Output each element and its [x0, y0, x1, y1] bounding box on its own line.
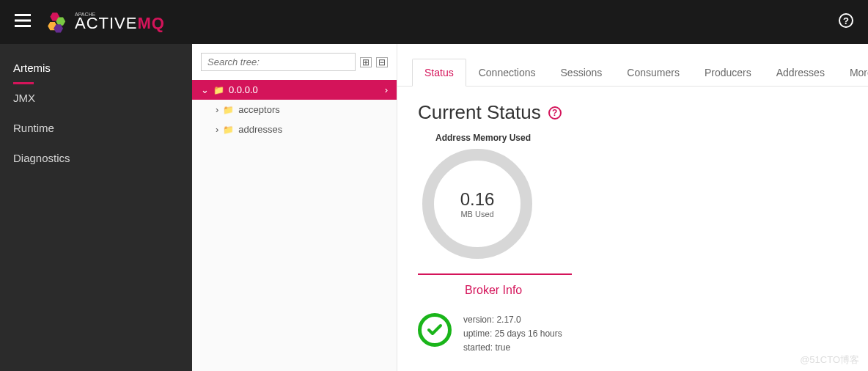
folder-icon: 📁 — [223, 125, 234, 135]
tree-panel: ⊞ ⊟ ⌄ 📁 0.0.0.0 › › 📁 acceptors › 📁 addr… — [192, 44, 397, 371]
memory-unit: MB Used — [460, 210, 495, 218]
help-button[interactable]: ? — [839, 13, 853, 32]
chevron-right-icon: › — [216, 104, 218, 115]
tree-child-label: addresses — [238, 124, 282, 135]
sidebar-item-runtime[interactable]: Runtime — [0, 113, 192, 143]
chevron-right-icon: › — [385, 84, 388, 95]
tree-child-label: acceptors — [238, 104, 279, 115]
donut-center: 0.16 MB Used — [460, 189, 495, 218]
tab-addresses[interactable]: Addresses — [764, 59, 837, 86]
status-ok-icon — [418, 313, 452, 347]
memory-donut: 0.16 MB Used — [422, 149, 532, 259]
tree: ⌄ 📁 0.0.0.0 › › 📁 acceptors › 📁 addresse… — [192, 80, 397, 139]
chevron-right-icon: › — [216, 124, 218, 135]
sidebar-item-jmx[interactable]: JMX — [0, 83, 192, 113]
logo[interactable]: APACHE ACTIVEMQ — [45, 10, 165, 34]
tree-root-label: 0.0.0.0 — [229, 84, 258, 95]
tab-producers[interactable]: Producers — [692, 59, 764, 86]
memory-subsection: Address Memory Used 0.16 MB Used — [418, 133, 847, 259]
broker-info-title: Broker Info — [465, 284, 847, 297]
tree-search-row: ⊞ ⊟ — [192, 44, 397, 80]
broker-version: 2.17.0 — [496, 315, 521, 325]
content: Current Status ? Address Memory Used 0.1… — [397, 87, 868, 371]
tabs: Status Connections Sessions Consumers Pr… — [397, 44, 868, 87]
svg-text:?: ? — [843, 15, 849, 26]
tree-node-addresses[interactable]: › 📁 addresses — [192, 120, 397, 139]
activemq-logo-icon — [45, 10, 69, 34]
divider — [418, 273, 572, 275]
current-status-title: Current Status ? — [418, 101, 847, 124]
sidebar: Artemis JMX Runtime Diagnostics — [0, 44, 192, 371]
broker-details: version: 2.17.0 uptime: 25 days 16 hours… — [463, 313, 562, 356]
folder-icon: 📁 — [223, 105, 234, 115]
broker-info: version: 2.17.0 uptime: 25 days 16 hours… — [418, 301, 847, 367]
menu-toggle-button[interactable] — [15, 12, 31, 32]
brand-name: ACTIVEMQ — [75, 14, 165, 33]
layout: Artemis JMX Runtime Diagnostics ⊞ ⊟ ⌄ 📁 … — [0, 44, 868, 371]
chevron-down-icon: ⌄ — [201, 84, 209, 95]
main: Status Connections Sessions Consumers Pr… — [397, 44, 868, 371]
memory-value: 0.16 — [460, 189, 495, 210]
tab-more[interactable]: More⌄ — [837, 59, 868, 86]
tree-expand-all-button[interactable]: ⊞ — [360, 57, 372, 67]
tree-search-input[interactable] — [201, 53, 356, 71]
sidebar-item-diagnostics[interactable]: Diagnostics — [0, 143, 192, 173]
tab-sessions[interactable]: Sessions — [548, 59, 615, 86]
help-icon[interactable]: ? — [548, 106, 562, 120]
tree-node-acceptors[interactable]: › 📁 acceptors — [192, 100, 397, 120]
broker-started: true — [495, 342, 510, 353]
tab-status[interactable]: Status — [412, 59, 466, 87]
memory-label: Address Memory Used — [435, 133, 847, 143]
watermark: @51CTO博客 — [800, 353, 859, 367]
folder-icon: 📁 — [213, 85, 224, 95]
broker-uptime: 25 days 16 hours — [495, 328, 562, 339]
topbar: APACHE ACTIVEMQ ? — [0, 0, 868, 44]
tree-node-root[interactable]: ⌄ 📁 0.0.0.0 › — [192, 80, 397, 100]
tree-collapse-all-button[interactable]: ⊟ — [376, 57, 388, 67]
sidebar-item-artemis[interactable]: Artemis — [0, 53, 192, 83]
tab-connections[interactable]: Connections — [466, 59, 548, 86]
topbar-left: APACHE ACTIVEMQ — [15, 10, 165, 34]
tab-consumers[interactable]: Consumers — [614, 59, 692, 86]
